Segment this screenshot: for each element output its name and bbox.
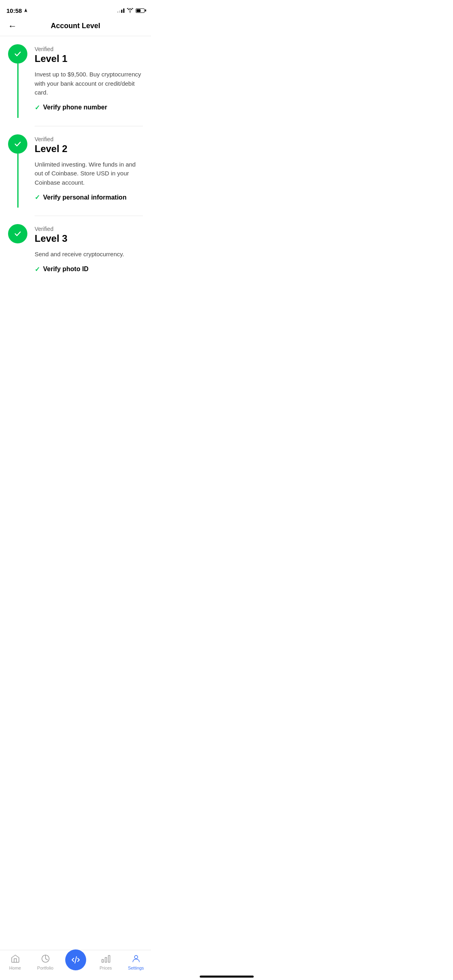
level-3-title: Level 3: [35, 233, 143, 244]
header: ← Account Level: [0, 18, 151, 36]
level-3-item: Verified Level 3 Send and receive crypto…: [8, 224, 143, 288]
level-line-2: [17, 154, 19, 208]
verify-check-3: ✓: [35, 266, 40, 273]
levels-container: Verified Level 1 Invest up to $9,500. Bu…: [0, 44, 151, 288]
level-3-description: Send and receive cryptocurrency.: [35, 250, 143, 259]
level-2-title: Level 2: [35, 143, 143, 154]
level-2-circle: [8, 134, 27, 154]
status-time: 10:58: [6, 7, 28, 14]
battery-icon: [136, 8, 145, 13]
level-2-verify-label: Verify personal information: [43, 194, 126, 201]
level-1-title: Level 1: [35, 53, 143, 64]
level-1-item: Verified Level 1 Invest up to $9,500. Bu…: [8, 44, 143, 126]
page-title: Account Level: [51, 22, 100, 30]
level-1-verify: ✓ Verify phone number: [35, 104, 143, 111]
wifi-icon: [127, 8, 133, 13]
divider-1: [35, 126, 143, 126]
content: Verified Level 1 Invest up to $9,500. Bu…: [0, 36, 151, 296]
level-3-status: Verified: [35, 226, 143, 232]
level-3-verify-label: Verify photo ID: [43, 266, 89, 273]
level-3-circle: [8, 224, 27, 243]
level-1-status: Verified: [35, 46, 143, 52]
level-3-left: [8, 224, 27, 280]
level-1-description: Invest up to $9,500. Buy cryptocurrency …: [35, 70, 143, 97]
level-2-item: Verified Level 2 Unlimited investing. Wi…: [8, 134, 143, 216]
verify-check-1: ✓: [35, 104, 40, 111]
signal-icon: [117, 8, 124, 13]
svg-point-0: [130, 12, 130, 13]
level-2-left: [8, 134, 27, 208]
navigation-icon: [23, 8, 28, 13]
back-button[interactable]: ←: [6, 19, 19, 33]
check-icon-level3: [13, 229, 22, 238]
level-3-verify: ✓ Verify photo ID: [35, 266, 143, 273]
level-1-left: [8, 44, 27, 118]
level-line-1: [17, 64, 19, 118]
level-2-content: Verified Level 2 Unlimited investing. Wi…: [35, 134, 143, 208]
level-1-verify-label: Verify phone number: [43, 104, 107, 111]
status-icons: [117, 8, 145, 13]
level-1-circle: [8, 44, 27, 64]
status-bar: 10:58: [0, 0, 151, 18]
verify-check-2: ✓: [35, 194, 40, 201]
level-3-content: Verified Level 3 Send and receive crypto…: [35, 224, 143, 280]
level-2-description: Unlimited investing. Wire funds in and o…: [35, 160, 143, 187]
level-2-verify: ✓ Verify personal information: [35, 194, 143, 201]
check-icon-level2: [13, 140, 22, 148]
level-2-status: Verified: [35, 136, 143, 142]
level-1-content: Verified Level 1 Invest up to $9,500. Bu…: [35, 44, 143, 118]
check-icon-level1: [13, 49, 22, 58]
divider-2: [35, 216, 143, 216]
